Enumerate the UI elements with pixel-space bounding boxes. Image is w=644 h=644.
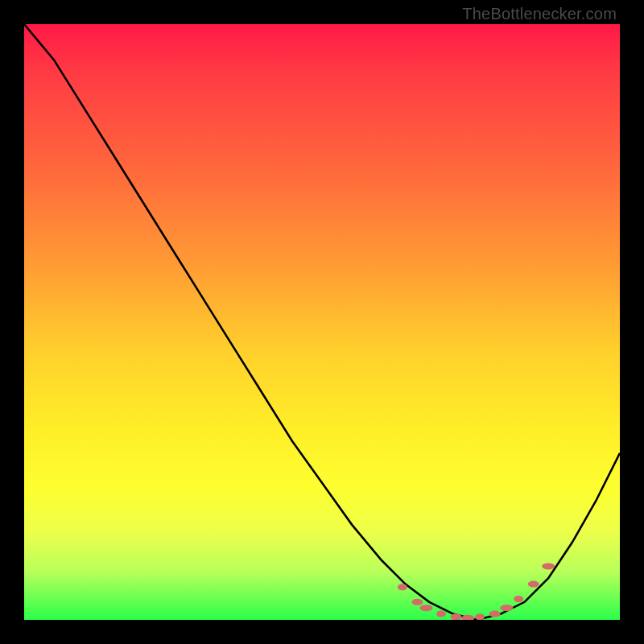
bottleneck-curve (24, 24, 620, 620)
curve-marker-group (398, 563, 555, 620)
curve-marker (514, 596, 523, 602)
curve-marker (411, 599, 423, 605)
curve-marker (475, 613, 485, 620)
curve-marker (542, 563, 555, 569)
curve-marker (528, 581, 539, 588)
curve-marker (398, 584, 407, 590)
curve-marker (420, 605, 433, 611)
watermark-text: TheBottlenecker.com (462, 5, 617, 23)
curve-marker (451, 613, 462, 620)
curve-marker (489, 611, 501, 617)
chart-svg (24, 24, 620, 620)
curve-marker (500, 605, 513, 611)
chart-frame: TheBottlenecker.com (0, 0, 644, 644)
curve-marker (436, 611, 446, 617)
